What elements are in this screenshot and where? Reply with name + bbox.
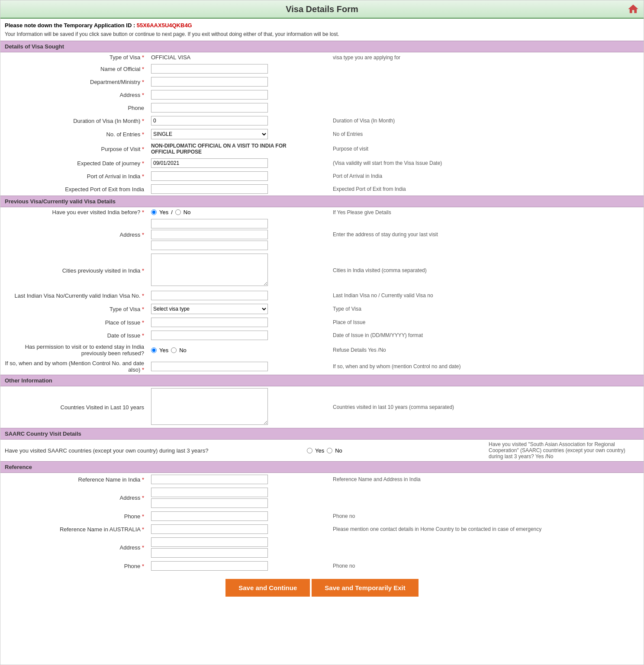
visited-yes-label: Yes [159, 209, 168, 215]
visited-no-label: No [184, 209, 191, 215]
ref-australia-help: Please mention one contact details in Ho… [329, 523, 644, 536]
date-of-issue-help: Date of Issue in (DD/MM/YYYY) format [329, 329, 644, 342]
no-of-entries-label: No. of Entries * [0, 127, 148, 141]
port-of-arrival-input[interactable] [151, 171, 268, 181]
save-exit-button[interactable]: Save and Temporarily Exit [312, 579, 418, 597]
refused-yes-label: Yes [159, 347, 168, 353]
visited-before-radio-group: Yes / No [151, 209, 326, 215]
prev-address-label: Address * [0, 217, 148, 252]
countries-visited-row: Countries Visited in Last 10 years Count… [0, 386, 644, 428]
ref-india-input[interactable] [151, 475, 268, 484]
cities-textarea[interactable] [151, 254, 268, 286]
address-australia-input-2[interactable] [151, 548, 268, 558]
expected-date-help: (Visa validity will start from the Visa … [329, 157, 644, 170]
previous-visa-table: Have you ever visited India before? * Ye… [0, 207, 644, 375]
name-of-official-label: Name of Official * [0, 62, 148, 75]
purpose-help: Purpose of visit [329, 141, 644, 157]
app-id-value: 55X6AAX5U4QKB4G [137, 22, 192, 29]
expected-date-input[interactable] [151, 158, 268, 168]
phone-india-input[interactable] [151, 511, 268, 521]
name-of-official-input[interactable] [151, 64, 268, 74]
saarc-radio-group: Yes No [307, 447, 482, 454]
purpose-row: Purpose of Visit * NON-DIPLOMATIC OFFICI… [0, 141, 644, 157]
visited-no-radio[interactable] [175, 209, 181, 215]
expected-date-label: Expected Date of journey * [0, 157, 148, 170]
reference-table: Reference Name in India * Reference Name… [0, 473, 644, 572]
section-previous-visa: Previous Visa/Currently valid Visa Detai… [0, 196, 644, 207]
phone-australia-help: Phone no [329, 559, 644, 572]
prev-address-input-1[interactable] [151, 219, 268, 228]
refused-label: Has permission to visit or to extend sta… [0, 342, 148, 358]
department-label: Department/Ministry * [0, 75, 148, 88]
other-info-table: Countries Visited in Last 10 years Count… [0, 386, 644, 428]
save-continue-button[interactable]: Save and Continue [225, 579, 310, 597]
last-visa-no-input[interactable] [151, 291, 268, 300]
place-of-issue-input[interactable] [151, 318, 268, 327]
refused-yes-radio[interactable] [151, 347, 157, 353]
address-row: Address * [0, 88, 644, 101]
date-of-issue-row: Date of Issue * Date of Issue in (DD/MM/… [0, 329, 644, 342]
address-india-inputs [151, 488, 326, 508]
phone-row: Phone [0, 101, 644, 114]
purpose-value: NON-DIPLOMATIC OFFICIAL ON A VISIT TO IN… [151, 143, 307, 155]
type-of-visa-label: Type of Visa * [0, 52, 148, 62]
countries-visited-help: Countries visited in last 10 years (comm… [329, 386, 644, 428]
page-title: Visa Details Form [216, 4, 428, 14]
countries-visited-label: Countries Visited in Last 10 years [0, 386, 148, 428]
ref-australia-input[interactable] [151, 524, 268, 534]
last-visa-no-help: Last Indian Visa no / Currently valid Vi… [329, 289, 644, 302]
name-of-official-row: Name of Official * [0, 62, 644, 75]
address-india-label: Address * [0, 486, 148, 510]
type-of-visa-help: visa type you are applying for [329, 52, 644, 62]
phone-australia-input[interactable] [151, 561, 268, 571]
address-input[interactable] [151, 90, 268, 100]
prev-visa-type-select[interactable]: Select visa type [151, 304, 268, 314]
duration-input[interactable] [151, 116, 268, 125]
visited-yes-radio[interactable] [151, 209, 157, 215]
refused-details-label: If so, when and by whom (Mention Control… [0, 358, 148, 375]
prev-address-input-2[interactable] [151, 230, 268, 239]
saarc-no-radio[interactable] [327, 448, 332, 453]
refused-no-radio[interactable] [171, 347, 177, 353]
ref-india-help: Reference Name and Address in India [329, 473, 644, 486]
bottom-buttons: Save and Continue Save and Temporarily E… [0, 572, 644, 603]
port-of-exit-input[interactable] [151, 184, 268, 194]
phone-australia-label: Phone * [0, 559, 148, 572]
refused-radio-group: Yes No [151, 347, 326, 353]
refused-details-row: If so, when and by whom (Mention Control… [0, 358, 644, 375]
date-of-issue-input[interactable] [151, 331, 268, 340]
ref-india-label: Reference Name in India * [0, 473, 148, 486]
prev-address-input-3[interactable] [151, 241, 268, 250]
saarc-table: Have you visited SAARC countries (except… [0, 440, 644, 461]
no-of-entries-help: No of Entries [329, 127, 644, 141]
refused-details-input[interactable] [151, 362, 268, 371]
port-of-arrival-row: Port of Arrival in India * Port of Arriv… [0, 170, 644, 183]
last-visa-no-row: Last Indian Visa No/Currently valid Indi… [0, 289, 644, 302]
address-australia-row: Address * [0, 536, 644, 559]
address-australia-label: Address * [0, 536, 148, 559]
address-india-input-2[interactable] [151, 498, 268, 508]
port-of-exit-label: Expected Port of Exit from India [0, 183, 148, 196]
place-of-issue-label: Place of Issue * [0, 316, 148, 329]
last-visa-no-label: Last Indian Visa No/Currently valid Indi… [0, 289, 148, 302]
port-of-arrival-label: Port of Arrival in India * [0, 170, 148, 183]
address-australia-input-1[interactable] [151, 537, 268, 547]
port-of-arrival-help: Port of Arrival in India [329, 170, 644, 183]
countries-visited-textarea[interactable] [151, 388, 268, 425]
section-other-info: Other Information [0, 375, 644, 386]
address-india-input-1[interactable] [151, 488, 268, 497]
prev-address-row: Address * Enter the address of stay duri… [0, 217, 644, 252]
address-label: Address * [0, 88, 148, 101]
department-input[interactable] [151, 77, 268, 87]
home-icon[interactable] [627, 3, 639, 15]
place-of-issue-row: Place of Issue * Place of Issue [0, 316, 644, 329]
top-bar: Visa Details Form [0, 0, 644, 19]
no-of-entries-select[interactable]: SINGLE DOUBLE MULTIPLE [151, 129, 268, 139]
saarc-yes-radio[interactable] [307, 448, 312, 453]
refused-help: Refuse Details Yes /No [329, 342, 644, 358]
phone-input[interactable] [151, 103, 268, 112]
saarc-no-label: No [335, 447, 342, 454]
ref-australia-row: Reference Name in AUSTRALIA * Please men… [0, 523, 644, 536]
duration-help: Duration of Visa (In Month) [329, 114, 644, 127]
duration-row: Duration of Visa (In Month) * Duration o… [0, 114, 644, 127]
